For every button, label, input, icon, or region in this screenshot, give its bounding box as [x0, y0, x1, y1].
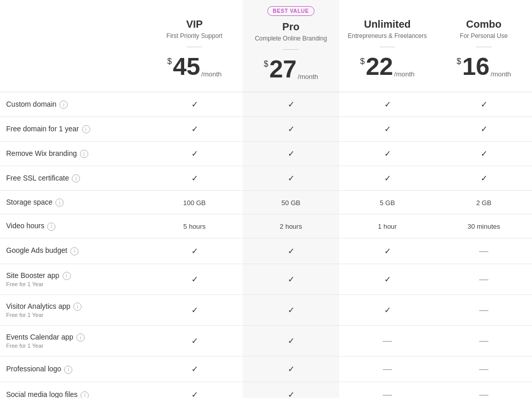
feature-label: Google Ads budget: [6, 246, 67, 254]
info-icon[interactable]: i: [55, 198, 64, 207]
dash-icon: —: [479, 246, 488, 256]
dash-icon: —: [479, 335, 488, 346]
unlimited-price-amount: 22: [366, 54, 393, 79]
feature-label: Free domain for 1 year: [6, 125, 79, 133]
info-icon[interactable]: i: [70, 247, 78, 255]
dash-icon: —: [479, 274, 488, 284]
combo-plan-subtitle: For Personal Use: [441, 32, 527, 39]
pro-per-month: /month: [298, 73, 318, 80]
unlimited-price-block: $ 22 /month: [344, 54, 430, 79]
vip-feature-11: ✓: [146, 382, 243, 398]
checkmark-icon: ✓: [384, 149, 391, 158]
checkmark-icon: ✓: [288, 275, 294, 284]
vip-header: VIP First Priority Support $ 45 /month: [146, 0, 243, 92]
feature-label: Visitor Analytics app: [6, 302, 70, 310]
feature-name-cell: Video hoursi: [0, 214, 146, 238]
checkmark-icon: ✓: [191, 365, 198, 373]
feature-row: Events Calendar appiFree for 1 Year✓✓——: [0, 326, 532, 356]
feature-row: Site Booster appiFree for 1 Year✓✓✓—: [0, 264, 532, 294]
combo-feature-5: 30 minutes: [436, 214, 532, 238]
unlimited-feature-11: —: [339, 382, 436, 398]
combo-feature-2: ✓: [436, 142, 532, 166]
feature-sublabel: Free for 1 Year: [6, 281, 141, 287]
feature-sublabel: Free for 1 Year: [6, 343, 141, 349]
feature-row: Storage spacei100 GB50 GB5 GB2 GB: [0, 191, 532, 214]
unlimited-feature-0: ✓: [339, 92, 436, 117]
dash-icon: —: [479, 389, 488, 398]
cell-value: 30 minutes: [467, 223, 500, 230]
info-icon[interactable]: i: [72, 174, 80, 183]
pro-price-amount: 27: [269, 57, 297, 82]
unlimited-feature-4: 5 GB: [339, 191, 436, 214]
checkmark-icon: ✓: [191, 247, 198, 255]
info-icon[interactable]: i: [63, 272, 71, 280]
pro-feature-10: ✓: [243, 356, 339, 382]
vip-plan-name: VIP: [151, 18, 238, 30]
feature-name-cell: Visitor Analytics appiFree for 1 Year: [0, 294, 146, 325]
checkmark-icon: ✓: [384, 306, 391, 314]
checkmark-icon: ✓: [191, 390, 198, 398]
info-icon[interactable]: i: [76, 333, 85, 342]
pro-feature-2: ✓: [243, 142, 339, 166]
checkmark-icon: ✓: [288, 125, 294, 133]
feature-name-cell: Professional logoi: [0, 356, 146, 382]
vip-price-block: $ 45 /month: [151, 54, 238, 79]
checkmark-icon: ✓: [384, 275, 391, 284]
feature-sublabel: Free for 1 Year: [6, 312, 141, 318]
unlimited-dollar-sign: $: [360, 57, 365, 66]
checkmark-icon: ✓: [288, 149, 294, 158]
info-icon[interactable]: i: [82, 125, 90, 133]
combo-feature-4: 2 GB: [436, 191, 532, 214]
cell-value: 5 hours: [183, 223, 205, 230]
checkmark-icon: ✓: [288, 100, 294, 109]
feature-row: Remove Wix brandingi✓✓✓✓: [0, 142, 532, 166]
combo-plan-name: Combo: [441, 18, 527, 30]
unlimited-feature-3: ✓: [339, 166, 436, 191]
combo-feature-9: —: [436, 326, 532, 356]
dash-icon: —: [479, 305, 488, 315]
combo-feature-11: —: [436, 382, 532, 398]
feature-name-cell: Custom domaini: [0, 92, 146, 117]
pro-feature-11: ✓: [243, 382, 339, 398]
info-icon[interactable]: i: [73, 303, 82, 311]
vip-feature-9: ✓: [146, 326, 243, 356]
checkmark-icon: ✓: [384, 125, 391, 133]
pro-feature-9: ✓: [243, 326, 339, 356]
pro-feature-7: ✓: [243, 264, 339, 294]
info-icon[interactable]: i: [64, 366, 72, 374]
cell-value: 100 GB: [183, 199, 206, 207]
checkmark-icon: ✓: [481, 149, 487, 158]
checkmark-icon: ✓: [288, 174, 294, 183]
checkmark-icon: ✓: [481, 100, 487, 109]
feature-label: Custom domain: [6, 100, 56, 108]
vip-feature-6: ✓: [146, 238, 243, 264]
vip-feature-3: ✓: [146, 166, 243, 191]
feature-label: Storage space: [6, 198, 52, 206]
feature-label: Site Booster app: [6, 271, 60, 280]
unlimited-feature-1: ✓: [339, 117, 436, 142]
dash-icon: —: [383, 389, 392, 398]
combo-feature-0: ✓: [436, 92, 532, 117]
combo-feature-8: —: [436, 294, 532, 325]
cell-value: 5 GB: [380, 199, 395, 207]
info-icon[interactable]: i: [80, 150, 88, 158]
unlimited-feature-9: —: [339, 326, 436, 356]
info-icon[interactable]: i: [81, 391, 89, 398]
checkmark-icon: ✓: [288, 247, 294, 255]
unlimited-feature-7: ✓: [339, 264, 436, 294]
feature-name-cell: Google Ads budgeti: [0, 238, 146, 264]
feature-label: Professional logo: [6, 365, 61, 373]
vip-plan-subtitle: First Priority Support: [151, 32, 238, 39]
unlimited-header: Unlimited Entrepreneurs & Freelancers $ …: [339, 0, 436, 92]
cell-value: 2 hours: [280, 223, 302, 230]
feature-name-cell: Free SSL certificatei: [0, 166, 146, 191]
combo-feature-7: —: [436, 264, 532, 294]
feature-row: Google Ads budgeti✓✓✓—: [0, 238, 532, 264]
vip-feature-5: 5 hours: [146, 214, 243, 238]
combo-feature-10: —: [436, 356, 532, 382]
info-icon[interactable]: i: [47, 223, 55, 231]
cell-value: 50 GB: [282, 199, 301, 207]
unlimited-per-month: /month: [394, 71, 415, 77]
unlimited-feature-10: —: [339, 356, 436, 382]
info-icon[interactable]: i: [60, 101, 68, 109]
